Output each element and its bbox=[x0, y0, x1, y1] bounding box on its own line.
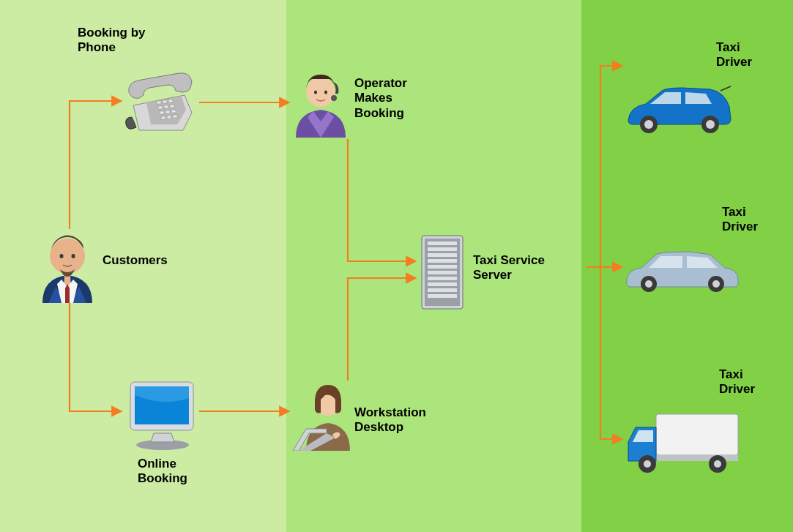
svg-rect-31 bbox=[428, 277, 457, 280]
server-icon bbox=[419, 233, 466, 315]
svg-line-39 bbox=[721, 86, 731, 91]
svg-rect-33 bbox=[428, 288, 457, 292]
customer-icon bbox=[35, 233, 100, 306]
svg-point-19 bbox=[331, 95, 337, 101]
svg-rect-13 bbox=[167, 116, 171, 119]
workstation-label: Workstation Desktop bbox=[354, 405, 426, 435]
truck-icon bbox=[624, 410, 741, 479]
online-label: Online Booking bbox=[138, 457, 187, 487]
driver2-label: Taxi Driver bbox=[722, 205, 758, 235]
svg-point-43 bbox=[712, 280, 720, 288]
monitor-icon bbox=[126, 378, 198, 454]
svg-point-1 bbox=[60, 254, 64, 258]
svg-rect-27 bbox=[428, 253, 457, 257]
svg-rect-11 bbox=[171, 110, 176, 113]
svg-point-41 bbox=[645, 280, 652, 288]
car2-icon bbox=[624, 247, 741, 297]
svg-rect-8 bbox=[170, 105, 174, 108]
svg-rect-44 bbox=[656, 414, 738, 455]
svg-point-36 bbox=[644, 120, 653, 129]
svg-point-20 bbox=[314, 91, 317, 94]
operator-label: Operator Makes Booking bbox=[354, 76, 407, 121]
svg-point-18 bbox=[306, 78, 335, 107]
operator-icon bbox=[291, 70, 350, 141]
svg-point-0 bbox=[50, 239, 85, 274]
svg-point-38 bbox=[706, 120, 715, 129]
svg-rect-29 bbox=[428, 265, 457, 269]
car1-icon bbox=[624, 85, 734, 139]
svg-rect-12 bbox=[161, 116, 165, 119]
svg-point-48 bbox=[714, 460, 721, 468]
svg-rect-34 bbox=[428, 294, 457, 298]
svg-rect-30 bbox=[428, 271, 457, 274]
svg-rect-25 bbox=[428, 241, 457, 245]
svg-point-46 bbox=[644, 460, 651, 468]
server-label: Taxi Service Server bbox=[473, 253, 545, 283]
svg-rect-6 bbox=[158, 106, 163, 109]
phone-label: Booking by Phone bbox=[78, 26, 146, 56]
driver3-label: Taxi Driver bbox=[719, 367, 755, 397]
svg-point-2 bbox=[72, 254, 75, 258]
svg-rect-14 bbox=[173, 115, 177, 118]
svg-rect-10 bbox=[165, 110, 170, 113]
svg-rect-7 bbox=[164, 105, 168, 108]
svg-rect-28 bbox=[428, 259, 457, 263]
workstation-icon bbox=[291, 378, 357, 454]
customer-label: Customers bbox=[103, 253, 168, 268]
diagram-canvas: Customers Booking by Phone Online Bookin… bbox=[0, 0, 793, 532]
svg-rect-26 bbox=[428, 247, 457, 251]
svg-rect-4 bbox=[163, 100, 167, 103]
svg-rect-9 bbox=[160, 111, 164, 114]
svg-point-21 bbox=[324, 91, 327, 94]
phone-icon bbox=[124, 70, 199, 139]
svg-rect-3 bbox=[157, 101, 161, 104]
svg-rect-32 bbox=[428, 282, 457, 286]
svg-rect-5 bbox=[168, 100, 173, 102]
driver1-label: Taxi Driver bbox=[716, 40, 752, 70]
